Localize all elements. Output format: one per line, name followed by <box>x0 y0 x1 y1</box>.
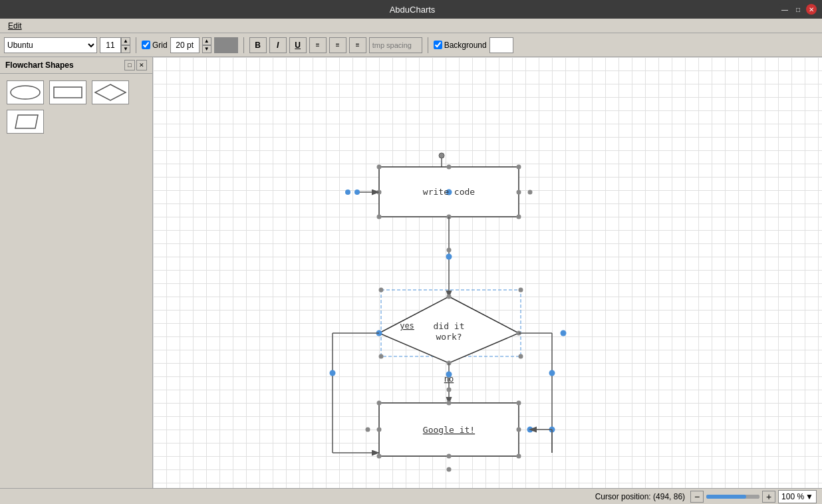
zoom-out-button[interactable]: − <box>690 491 704 503</box>
svg-point-49 <box>447 401 452 406</box>
panel-header-icons: □ ✕ <box>124 60 147 70</box>
svg-point-55 <box>517 454 521 459</box>
grid-color-button[interactable] <box>214 37 238 53</box>
svg-point-61 <box>447 467 452 472</box>
svg-point-11 <box>517 190 521 195</box>
grid-size-input[interactable] <box>170 37 200 53</box>
google-it-label: Google it! <box>423 425 475 435</box>
svg-point-51 <box>377 428 382 432</box>
svg-point-12 <box>377 215 382 219</box>
zoom-level-dropdown[interactable]: 100 % ▼ <box>778 490 817 503</box>
zoom-slider[interactable] <box>706 495 759 499</box>
italic-button[interactable]: I <box>269 37 287 53</box>
svg-point-0 <box>11 86 40 99</box>
shape-oval[interactable] <box>7 80 44 104</box>
menu-edit[interactable]: Edit <box>3 20 27 32</box>
font-size-down[interactable]: ▼ <box>121 45 130 53</box>
svg-point-8 <box>447 165 452 170</box>
spacing-input[interactable] <box>369 37 422 53</box>
svg-text:did it: did it <box>434 321 465 331</box>
window-title: AbduCharts <box>45 5 779 15</box>
menubar: Edit <box>0 19 822 33</box>
shapes-panel-title: Flowchart Shapes <box>5 61 74 70</box>
svg-point-54 <box>447 454 452 459</box>
sidebar: Flowchart Shapes □ ✕ <box>0 57 153 488</box>
svg-point-33 <box>519 354 523 359</box>
grid-checkbox-label[interactable]: Grid <box>142 41 168 50</box>
svg-point-46 <box>447 388 452 392</box>
svg-point-52 <box>517 428 521 432</box>
canvas-area[interactable]: write code did it work? <box>153 57 822 488</box>
canvas-svg[interactable]: write code did it work? <box>153 57 822 488</box>
shape-rect[interactable] <box>49 80 86 104</box>
grid-label: Grid <box>152 41 168 50</box>
svg-point-23 <box>446 254 452 260</box>
font-size-box: 11 ▲ ▼ <box>100 37 130 53</box>
background-checkbox[interactable] <box>434 41 442 49</box>
grid-size-up[interactable]: ▲ <box>202 37 211 45</box>
svg-point-32 <box>379 354 384 359</box>
panel-icon-1[interactable]: □ <box>124 60 135 70</box>
grid-size-down[interactable]: ▼ <box>202 45 211 53</box>
titlebar: AbduCharts — □ ✕ <box>0 0 822 19</box>
svg-point-5 <box>439 153 444 158</box>
background-label: Background <box>444 41 487 50</box>
grid-checkbox[interactable] <box>142 41 150 49</box>
svg-point-16 <box>528 190 533 195</box>
zoom-dropdown-arrow: ▼ <box>805 492 813 501</box>
zoom-slider-track <box>706 495 759 499</box>
grid-size-spinners: ▲ ▼ <box>202 37 211 53</box>
underline-button[interactable]: U <box>289 37 307 53</box>
svg-point-43 <box>561 330 567 336</box>
shapes-grid <box>0 74 152 140</box>
svg-point-7 <box>377 165 382 170</box>
font-family-select[interactable]: Ubuntu <box>4 37 97 53</box>
shapes-panel-header: Flowchart Shapes □ ✕ <box>0 57 152 74</box>
svg-rect-1 <box>54 87 82 98</box>
background-color-button[interactable] <box>489 37 513 53</box>
svg-point-26 <box>447 295 452 299</box>
font-size-spinners: ▲ ▼ <box>121 37 130 53</box>
svg-point-18 <box>354 189 360 195</box>
main-layout: Flowchart Shapes □ ✕ <box>0 57 822 488</box>
panel-close-icon[interactable]: ✕ <box>136 60 147 70</box>
window-controls: — □ ✕ <box>779 4 817 15</box>
background-checkbox-label[interactable]: Background <box>434 41 487 50</box>
svg-point-50 <box>517 401 521 406</box>
minimize-button[interactable]: — <box>779 4 790 15</box>
align-left-button[interactable]: ≡ <box>309 37 327 53</box>
statusbar: Cursor position: (494, 86) − + 100 % ▼ <box>0 488 822 504</box>
separator-2 <box>243 37 244 53</box>
svg-text:work?: work? <box>436 332 462 342</box>
separator-1 <box>136 37 136 53</box>
svg-marker-2 <box>95 84 126 100</box>
separator-3 <box>428 37 428 53</box>
font-size-input[interactable]: 11 <box>100 37 121 53</box>
maximize-button[interactable]: □ <box>793 4 803 15</box>
svg-point-56 <box>366 428 370 432</box>
cursor-position: Cursor position: (494, 86) <box>595 492 685 501</box>
zoom-in-button[interactable]: + <box>762 491 775 503</box>
svg-marker-3 <box>15 115 38 128</box>
close-button[interactable]: ✕ <box>806 4 817 15</box>
svg-point-39 <box>330 370 336 376</box>
shape-parallelogram[interactable] <box>7 110 44 134</box>
align-right-button[interactable]: ≡ <box>349 37 366 53</box>
zoom-slider-fill <box>706 495 746 499</box>
write-code-label: write code <box>423 187 475 197</box>
svg-point-48 <box>377 401 382 406</box>
font-size-up[interactable]: ▲ <box>121 37 130 45</box>
svg-point-14 <box>517 215 521 219</box>
svg-point-30 <box>379 288 384 293</box>
align-center-button[interactable]: ≡ <box>329 37 346 53</box>
svg-point-19 <box>345 189 350 195</box>
svg-point-9 <box>517 165 521 170</box>
svg-point-22 <box>447 248 452 253</box>
toolbar: Ubuntu 11 ▲ ▼ Grid ▲ ▼ B I U ≡ ≡ ≡ Backg… <box>0 33 822 57</box>
svg-point-42 <box>549 370 555 376</box>
bold-button[interactable]: B <box>249 37 267 53</box>
shape-diamond[interactable] <box>92 80 129 104</box>
zoom-controls: − + 100 % ▼ <box>690 490 817 503</box>
yes-label: yes <box>400 321 414 330</box>
svg-point-45 <box>446 372 452 378</box>
